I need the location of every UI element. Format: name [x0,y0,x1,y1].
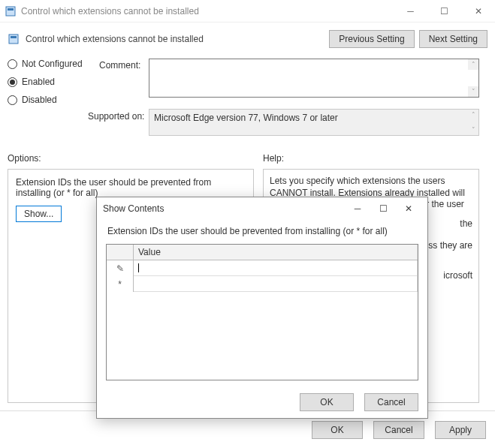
cancel-button[interactable]: Cancel [373,421,424,439]
dialog-title: Show Contents [103,203,345,214]
page-title: Control which extensions cannot be insta… [26,34,324,44]
help-text: the [460,218,472,229]
dialog-prompt: Extension IDs the user should be prevent… [107,226,418,236]
scroll-up-icon: ˄ [468,110,478,120]
svg-rect-1 [8,8,14,11]
dialog-ok-button[interactable]: OK [300,393,354,411]
help-label: Help: [263,153,284,164]
maximize-button[interactable]: ☐ [427,0,461,23]
show-button[interactable]: Show... [16,206,62,222]
maximize-button[interactable]: ☐ [370,203,396,214]
help-text: ess they are [424,240,472,251]
radio-label: Disabled [22,95,57,105]
policy-icon [8,33,20,45]
svg-rect-2 [9,35,18,44]
dialog-footer: OK Cancel [97,386,427,418]
help-text: icrosoft [443,270,472,281]
row-marker-edit-icon: ✎ [107,260,134,276]
scroll-down-icon[interactable]: ˅ [468,86,478,97]
radio-not-configured[interactable]: Not Configured [8,59,83,69]
grid-cell-value[interactable] [134,260,418,276]
grid-row[interactable]: ✎ [107,260,418,276]
dialog-titlebar: Show Contents ─ ☐ ✕ [97,197,427,220]
grid-header-row: Value [107,245,418,260]
text-cursor [138,263,139,272]
dialog-cancel-button[interactable]: Cancel [364,393,418,411]
radio-icon [8,77,17,87]
ok-button[interactable]: OK [312,421,363,439]
comment-textarea[interactable] [149,59,479,98]
grid-header-value: Value [134,245,418,260]
grid-corner [107,245,134,260]
options-field-label: Extension IDs the user should be prevent… [16,177,246,198]
radio-disabled[interactable]: Disabled [8,95,83,105]
grid-row[interactable]: * [107,276,418,292]
previous-setting-button[interactable]: Previous Setting [329,30,414,48]
row-marker-new-icon: * [107,276,134,292]
comment-label: Comment: [99,60,140,71]
supported-label: Supported on: [88,111,144,122]
show-contents-dialog: Show Contents ─ ☐ ✕ Extension IDs the us… [96,197,428,419]
scroll-up-icon[interactable]: ˄ [468,59,478,70]
header: Control which extensions cannot be insta… [0,23,495,53]
svg-rect-0 [6,7,15,16]
titlebar: Control which extensions cannot be insta… [0,0,495,23]
radio-enabled[interactable]: Enabled [8,77,83,87]
next-setting-button[interactable]: Next Setting [419,30,487,48]
radio-icon [8,59,17,69]
close-button[interactable]: ✕ [461,0,495,23]
policy-icon [5,5,17,17]
supported-on-field: Microsoft Edge version 77, Windows 7 or … [149,109,479,136]
apply-button[interactable]: Apply [435,421,486,439]
scroll-down-icon: ˅ [468,125,478,135]
radio-label: Enabled [22,77,55,87]
minimize-button[interactable]: ─ [345,203,370,214]
options-label: Options: [8,153,41,164]
window-title: Control which extensions cannot be insta… [21,6,394,17]
radio-icon [8,95,17,105]
grid-cell-value[interactable] [134,276,418,292]
radio-label: Not Configured [22,59,83,69]
close-button[interactable]: ✕ [396,203,421,214]
minimize-button[interactable]: ─ [394,0,427,23]
svg-rect-3 [11,36,17,38]
state-radio-group: Not Configured Enabled Disabled [8,59,83,105]
value-grid[interactable]: Value ✎ * [106,244,418,380]
